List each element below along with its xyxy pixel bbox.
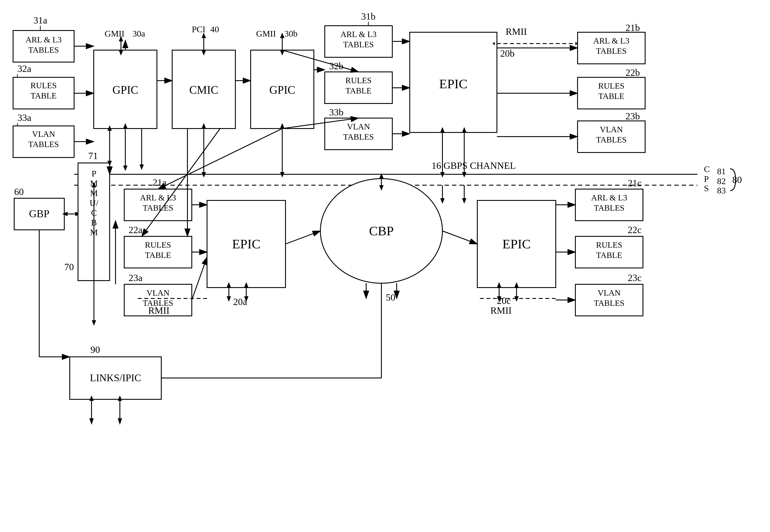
svg-text:RULES: RULES — [145, 240, 171, 249]
svg-text:VLAN: VLAN — [32, 129, 55, 139]
svg-text:70: 70 — [64, 262, 74, 272]
svg-text:TABLES: TABLES — [596, 46, 627, 56]
svg-text:60: 60 — [14, 186, 24, 197]
svg-text:VLAN: VLAN — [146, 288, 169, 297]
svg-text:GBP: GBP — [29, 208, 49, 219]
svg-text:RMII: RMII — [506, 26, 527, 37]
svg-text:23a: 23a — [129, 273, 142, 283]
svg-text:82: 82 — [717, 176, 726, 186]
svg-text:ARL & L3: ARL & L3 — [25, 35, 61, 44]
svg-text:PCI: PCI — [192, 24, 205, 34]
svg-text:TABLES: TABLES — [28, 45, 59, 54]
svg-text:GPIC: GPIC — [112, 84, 138, 96]
svg-text:EPIC: EPIC — [502, 237, 531, 251]
svg-text:16 GBPS CHANNEL: 16 GBPS CHANNEL — [432, 160, 516, 171]
svg-text:30b: 30b — [284, 29, 297, 39]
svg-text:21c: 21c — [628, 178, 642, 188]
svg-text:LINKS/IPIC: LINKS/IPIC — [90, 372, 141, 383]
svg-text:50: 50 — [386, 292, 396, 303]
svg-text:33b: 33b — [329, 107, 343, 118]
svg-text:GMII: GMII — [256, 29, 276, 39]
svg-text:30a: 30a — [132, 29, 145, 39]
svg-text:RMII: RMII — [148, 305, 169, 316]
svg-text:90: 90 — [90, 344, 100, 355]
svg-text:80: 80 — [732, 175, 742, 185]
svg-text:TABLES: TABLES — [143, 203, 173, 212]
svg-text:TABLE: TABLE — [345, 86, 371, 95]
svg-text:21b: 21b — [626, 22, 640, 33]
svg-text:TABLES: TABLES — [28, 140, 59, 149]
svg-text:31b: 31b — [361, 11, 375, 22]
svg-text:TABLES: TABLES — [343, 40, 374, 49]
svg-text:GMII: GMII — [105, 29, 124, 39]
svg-text:TABLE: TABLE — [145, 251, 171, 260]
svg-text:TABLES: TABLES — [594, 298, 625, 308]
svg-text:VLAN: VLAN — [347, 122, 370, 131]
svg-text:P: P — [91, 169, 96, 178]
svg-text:20b: 20b — [500, 48, 515, 59]
svg-text:83: 83 — [717, 186, 726, 195]
svg-text:TABLES: TABLES — [596, 135, 627, 144]
svg-text:32a: 32a — [17, 63, 31, 74]
svg-text:EPIC: EPIC — [439, 77, 468, 91]
svg-text:81: 81 — [717, 166, 726, 176]
svg-text:CBP: CBP — [369, 224, 394, 238]
svg-text:EPIC: EPIC — [232, 237, 260, 251]
svg-text:33a: 33a — [17, 112, 31, 123]
svg-text:TABLE: TABLE — [598, 91, 624, 101]
svg-text:S: S — [704, 183, 709, 193]
svg-text:RULES: RULES — [30, 81, 57, 90]
svg-text:TABLE: TABLE — [30, 91, 56, 100]
diagram: 31a ARL & L3 TABLES 32a RULES TABLE 33a … — [0, 0, 770, 532]
svg-text:31a: 31a — [33, 15, 47, 26]
svg-text:22b: 22b — [626, 67, 640, 78]
svg-text:GPIC: GPIC — [269, 84, 295, 96]
svg-text:VLAN: VLAN — [598, 288, 621, 297]
svg-text:P: P — [704, 174, 709, 184]
svg-text:ARL & L3: ARL & L3 — [340, 30, 376, 39]
svg-text:TABLE: TABLE — [596, 251, 622, 260]
svg-text:TABLES: TABLES — [343, 132, 374, 141]
svg-text:VLAN: VLAN — [600, 125, 623, 134]
svg-text:ARL & L3: ARL & L3 — [593, 36, 629, 45]
svg-text:TABLES: TABLES — [594, 203, 625, 212]
svg-text:RMII: RMII — [490, 305, 512, 316]
svg-text:ARL & L3: ARL & L3 — [591, 193, 627, 202]
svg-text:RULES: RULES — [596, 240, 622, 249]
svg-text:40: 40 — [210, 24, 219, 34]
svg-text:RULES: RULES — [345, 76, 371, 85]
svg-text:ARL & L3: ARL & L3 — [140, 193, 176, 202]
svg-text:RULES: RULES — [598, 81, 624, 90]
svg-text:C: C — [704, 164, 710, 174]
svg-text:32b: 32b — [329, 61, 343, 71]
svg-text:23b: 23b — [626, 111, 640, 122]
svg-text:71: 71 — [88, 151, 98, 161]
svg-text:22c: 22c — [628, 225, 642, 235]
svg-text:23c: 23c — [628, 273, 642, 283]
svg-text:22a: 22a — [129, 225, 142, 235]
svg-text:CMIC: CMIC — [189, 84, 218, 96]
